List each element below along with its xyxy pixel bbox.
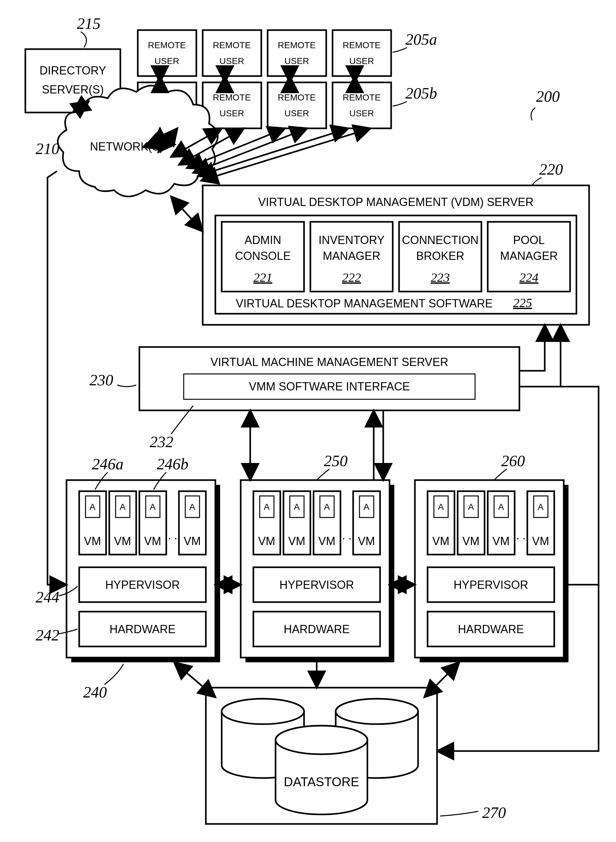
svg-text:A: A <box>438 502 444 512</box>
svg-text:VM: VM <box>288 535 305 548</box>
vdm-title: VIRTUAL DESKTOP MANAGEMENT (VDM) SERVER <box>258 195 534 209</box>
svg-text:MANAGER: MANAGER <box>323 250 380 262</box>
ref-270: 270 <box>483 804 506 821</box>
directory-label-1: DIRECTORY <box>40 64 106 77</box>
datastore: DATASTORE <box>206 688 437 824</box>
svg-text:USER: USER <box>349 56 374 66</box>
svg-text:USER: USER <box>285 56 309 66</box>
svg-text:REMOTE: REMOTE <box>148 40 186 50</box>
ref-200: 200 <box>536 87 560 105</box>
svg-rect-19 <box>268 82 326 128</box>
svg-text:A: A <box>294 502 300 512</box>
svg-text:A: A <box>120 502 126 512</box>
ref-225: 225 <box>513 296 532 310</box>
ref-224: 224 <box>519 270 538 285</box>
svg-text:REMOTE: REMOTE <box>343 93 381 102</box>
svg-text:VM: VM <box>358 535 375 548</box>
svg-point-111 <box>222 699 304 724</box>
svg-rect-22 <box>333 82 391 128</box>
svg-text:HARDWARE: HARDWARE <box>458 623 524 636</box>
svg-text:A: A <box>264 502 270 512</box>
ref-242: 242 <box>36 626 60 644</box>
vmm-title: VIRTUAL MACHINE MANAGEMENT SERVER <box>211 356 449 369</box>
svg-text:USER: USER <box>220 109 244 118</box>
ref-205b: 205b <box>405 84 437 102</box>
ref-240: 240 <box>83 683 107 701</box>
ref-221: 221 <box>253 270 272 285</box>
vmm-server: VIRTUAL MACHINE MANAGEMENT SERVER VMM SO… <box>139 347 519 410</box>
svg-text:A: A <box>150 502 156 512</box>
svg-text:REMOTE: REMOTE <box>278 93 316 102</box>
svg-rect-4 <box>203 30 261 76</box>
svg-text:ADMIN: ADMIN <box>245 234 281 247</box>
vdm-sw-label: VIRTUAL DESKTOP MANAGEMENT SOFTWARE <box>236 297 493 310</box>
svg-text:HYPERVISOR: HYPERVISOR <box>105 578 180 591</box>
ref-230: 230 <box>89 371 113 389</box>
host-260: A VM A VM A VM · · A VM HYPERVISOR HARDW… <box>415 480 569 662</box>
svg-text:A: A <box>324 502 330 512</box>
ref-246b: 246b <box>157 455 188 473</box>
svg-text:HYPERVISOR: HYPERVISOR <box>453 578 528 591</box>
svg-text:HARDWARE: HARDWARE <box>284 623 350 636</box>
svg-point-112 <box>336 699 418 724</box>
svg-text:· ·: · · <box>516 532 526 544</box>
svg-rect-7 <box>268 30 326 76</box>
svg-text:REMOTE: REMOTE <box>213 40 251 50</box>
svg-text:· ·: · · <box>168 532 177 544</box>
svg-text:CONSOLE: CONSOLE <box>235 250 291 262</box>
svg-text:VM: VM <box>258 535 275 548</box>
svg-text:HARDWARE: HARDWARE <box>110 623 176 636</box>
svg-text:A: A <box>498 502 504 512</box>
svg-text:VM: VM <box>462 535 480 548</box>
svg-point-113 <box>276 726 367 754</box>
svg-text:· ·: · · <box>342 532 352 544</box>
svg-text:POOL: POOL <box>513 234 545 247</box>
svg-text:REMOTE: REMOTE <box>343 40 381 50</box>
datastore-label: DATASTORE <box>284 775 359 789</box>
host-250: A VM A VM A VM · · A VM HYPERVISOR HARDW… <box>241 480 394 662</box>
svg-text:HYPERVISOR: HYPERVISOR <box>279 578 354 591</box>
svg-rect-16 <box>203 82 261 128</box>
svg-text:VM: VM <box>493 535 510 548</box>
ref-222: 222 <box>342 270 361 285</box>
svg-text:A: A <box>364 502 370 512</box>
lead-215 <box>81 32 87 47</box>
svg-text:VM: VM <box>318 535 335 548</box>
ref-244: 244 <box>36 588 60 606</box>
svg-text:VM: VM <box>532 535 549 548</box>
svg-text:A: A <box>189 502 195 512</box>
svg-text:VM: VM <box>84 535 101 548</box>
ref-250: 250 <box>324 452 348 470</box>
ref-215: 215 <box>77 15 101 32</box>
vdm-server: VIRTUAL DESKTOP MANAGEMENT (VDM) SERVER … <box>203 185 589 325</box>
svg-text:VM: VM <box>184 535 201 548</box>
svg-text:VM: VM <box>144 535 161 548</box>
svg-text:INVENTORY: INVENTORY <box>318 234 385 247</box>
svg-text:BROKER: BROKER <box>416 250 464 262</box>
network-label: NETWORK(S) <box>90 140 163 153</box>
svg-text:A: A <box>89 502 96 512</box>
ref-232: 232 <box>150 433 173 451</box>
svg-text:REMOTE: REMOTE <box>213 93 251 102</box>
svg-text:VM: VM <box>114 535 131 548</box>
ref-220: 220 <box>539 160 563 178</box>
ref-223: 223 <box>431 270 450 285</box>
svg-rect-10 <box>333 30 391 76</box>
ref-260: 260 <box>502 452 525 470</box>
svg-text:CONNECTION: CONNECTION <box>402 234 478 247</box>
svg-text:USER: USER <box>349 109 374 118</box>
svg-text:USER: USER <box>154 56 179 66</box>
svg-text:USER: USER <box>220 56 244 66</box>
svg-text:REMOTE: REMOTE <box>278 40 316 50</box>
directory-label-2: SERVER(S) <box>42 83 104 96</box>
ref-210: 210 <box>36 140 60 157</box>
ref-205a: 205a <box>405 31 437 48</box>
svg-text:A: A <box>468 502 474 512</box>
svg-text:VM: VM <box>432 535 449 548</box>
host-240: A VM A VM A VM · · A VM HYPERVISOR HARDW… <box>66 480 220 662</box>
svg-text:MANAGER: MANAGER <box>500 250 558 262</box>
vmm-if-label: VMM SOFTWARE INTERFACE <box>249 380 410 393</box>
svg-text:A: A <box>538 502 544 512</box>
ref-246a: 246a <box>92 455 123 473</box>
svg-text:USER: USER <box>285 109 309 118</box>
